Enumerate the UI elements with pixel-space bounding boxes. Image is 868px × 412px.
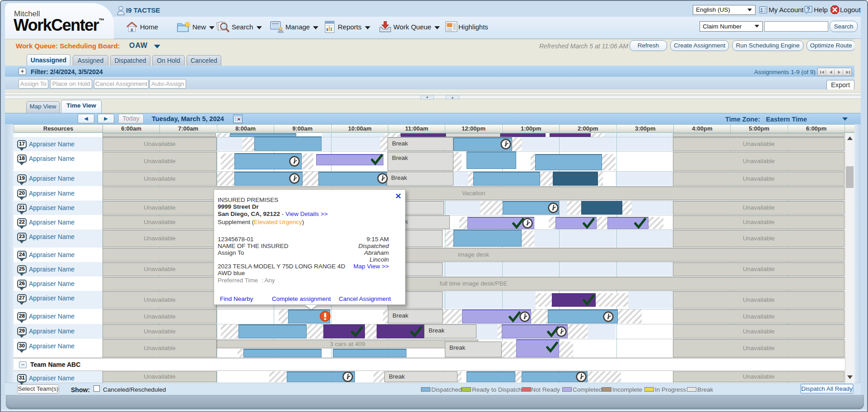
svg-text:?: ? (807, 6, 810, 13)
